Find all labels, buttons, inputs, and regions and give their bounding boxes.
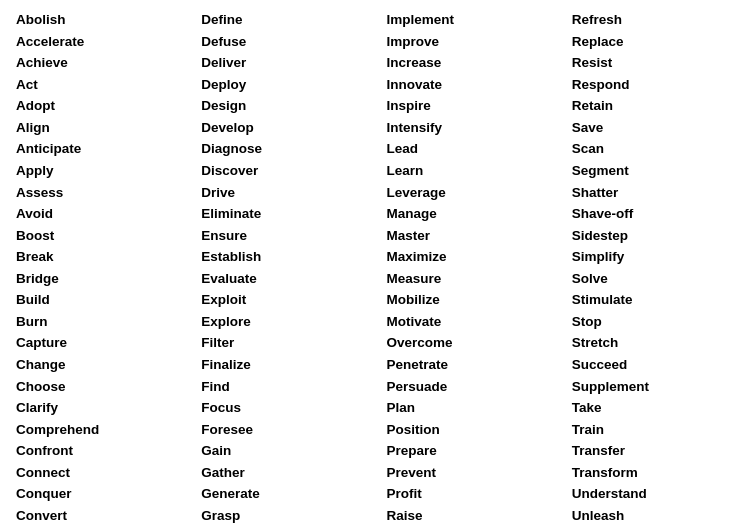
word-item: Design — [201, 96, 378, 116]
word-item: Inspire — [387, 96, 564, 116]
word-item: Defuse — [201, 32, 378, 52]
word-item: Accelerate — [16, 32, 193, 52]
word-item: Explore — [201, 312, 378, 332]
word-item: Gather — [201, 463, 378, 483]
word-item: Improve — [387, 32, 564, 52]
word-item: Stimulate — [572, 290, 741, 310]
word-item: Understand — [572, 484, 741, 504]
word-item: Overcome — [387, 333, 564, 353]
column-4: RefreshReplaceResistRespondRetainSaveSca… — [568, 8, 741, 526]
word-item: Stretch — [572, 333, 741, 353]
word-item: Assess — [16, 183, 193, 203]
word-item: Shatter — [572, 183, 741, 203]
word-item: Succeed — [572, 355, 741, 375]
word-item: Transfer — [572, 441, 741, 461]
word-item: Connect — [16, 463, 193, 483]
word-item: Implement — [387, 10, 564, 30]
word-item: Foresee — [201, 420, 378, 440]
word-item: Profit — [387, 484, 564, 504]
word-item: Focus — [201, 398, 378, 418]
word-item: Resist — [572, 53, 741, 73]
word-item: Abolish — [16, 10, 193, 30]
word-item: Diagnose — [201, 139, 378, 159]
word-item: Discover — [201, 161, 378, 181]
word-item: Convert — [16, 506, 193, 526]
word-item: Raise — [387, 506, 564, 526]
word-item: Align — [16, 118, 193, 138]
word-item: Replace — [572, 32, 741, 52]
word-item: Burn — [16, 312, 193, 332]
word-item: Scan — [572, 139, 741, 159]
word-item: Stop — [572, 312, 741, 332]
word-item: Measure — [387, 269, 564, 289]
word-item: Drive — [201, 183, 378, 203]
word-item: Persuade — [387, 377, 564, 397]
word-item: Boost — [16, 226, 193, 246]
word-item: Manage — [387, 204, 564, 224]
word-item: Deploy — [201, 75, 378, 95]
word-item: Refresh — [572, 10, 741, 30]
word-item: Lead — [387, 139, 564, 159]
word-item: Penetrate — [387, 355, 564, 375]
word-item: Adopt — [16, 96, 193, 116]
word-item: Choose — [16, 377, 193, 397]
word-item: Save — [572, 118, 741, 138]
word-item: Maximize — [387, 247, 564, 267]
word-item: Plan — [387, 398, 564, 418]
word-item: Finalize — [201, 355, 378, 375]
word-item: Gain — [201, 441, 378, 461]
word-item: Motivate — [387, 312, 564, 332]
word-item: Prevent — [387, 463, 564, 483]
word-item: Filter — [201, 333, 378, 353]
word-item: Increase — [387, 53, 564, 73]
word-item: Shave-off — [572, 204, 741, 224]
word-item: Leverage — [387, 183, 564, 203]
word-item: Establish — [201, 247, 378, 267]
word-item: Transform — [572, 463, 741, 483]
word-item: Apply — [16, 161, 193, 181]
word-item: Build — [16, 290, 193, 310]
word-grid: AbolishAccelerateAchieveActAdoptAlignAnt… — [12, 8, 741, 526]
word-item: Exploit — [201, 290, 378, 310]
word-item: Learn — [387, 161, 564, 181]
column-3: ImplementImproveIncreaseInnovateInspireI… — [383, 8, 568, 526]
word-item: Simplify — [572, 247, 741, 267]
word-item: Develop — [201, 118, 378, 138]
word-item: Eliminate — [201, 204, 378, 224]
word-item: Unleash — [572, 506, 741, 526]
word-item: Innovate — [387, 75, 564, 95]
word-item: Retain — [572, 96, 741, 116]
word-item: Prepare — [387, 441, 564, 461]
word-item: Position — [387, 420, 564, 440]
word-item: Bridge — [16, 269, 193, 289]
word-item: Comprehend — [16, 420, 193, 440]
word-item: Change — [16, 355, 193, 375]
word-item: Ensure — [201, 226, 378, 246]
word-item: Conquer — [16, 484, 193, 504]
word-item: Break — [16, 247, 193, 267]
word-item: Clarify — [16, 398, 193, 418]
column-2: DefineDefuseDeliverDeployDesignDevelopDi… — [197, 8, 382, 526]
word-item: Sidestep — [572, 226, 741, 246]
word-item: Find — [201, 377, 378, 397]
word-item: Anticipate — [16, 139, 193, 159]
word-item: Evaluate — [201, 269, 378, 289]
word-item: Intensify — [387, 118, 564, 138]
word-item: Segment — [572, 161, 741, 181]
word-item: Generate — [201, 484, 378, 504]
word-item: Respond — [572, 75, 741, 95]
word-item: Grasp — [201, 506, 378, 526]
word-item: Solve — [572, 269, 741, 289]
word-item: Define — [201, 10, 378, 30]
column-1: AbolishAccelerateAchieveActAdoptAlignAnt… — [12, 8, 197, 526]
word-item: Act — [16, 75, 193, 95]
word-item: Deliver — [201, 53, 378, 73]
word-item: Master — [387, 226, 564, 246]
word-item: Supplement — [572, 377, 741, 397]
word-item: Train — [572, 420, 741, 440]
word-item: Achieve — [16, 53, 193, 73]
word-item: Capture — [16, 333, 193, 353]
word-item: Mobilize — [387, 290, 564, 310]
word-item: Avoid — [16, 204, 193, 224]
word-item: Take — [572, 398, 741, 418]
